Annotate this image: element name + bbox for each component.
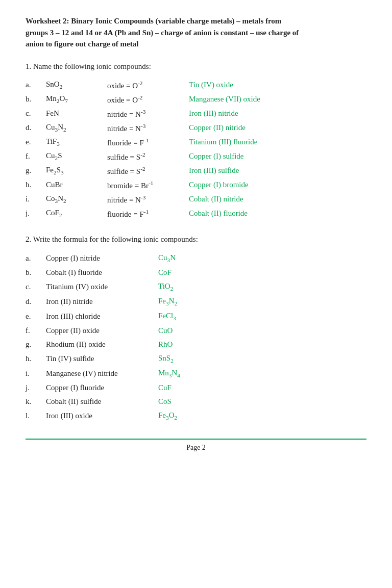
row-letter: d.: [26, 294, 46, 309]
row-compound-name: Cobalt (II) sulfide: [46, 395, 158, 408]
row-ion: fluoride = F-1: [107, 135, 189, 149]
row-ion: nitride = N-3: [107, 121, 189, 135]
table-row: l. Iron (III) oxide Fe3O2: [26, 408, 366, 423]
section2-table: a. Copper (I) nitride Cu3N b. Cobalt (I)…: [26, 251, 366, 423]
row-ion: sulfide = S-2: [107, 149, 189, 164]
table-row: g. Rhodium (II) oxide RhO: [26, 338, 366, 351]
row-formula: CuF: [158, 381, 366, 395]
table-row: e. TiF3 fluoride = F-1 Titanium (III) fl…: [26, 135, 366, 149]
row-letter: a.: [26, 78, 46, 92]
row-letter: e.: [26, 135, 46, 149]
section1-table: a. SnO2 oxide = O-2 Tin (IV) oxide b. Mn…: [26, 78, 366, 221]
row-name: Copper (I) bromide: [189, 178, 366, 192]
row-compound-name: Copper (I) nitride: [46, 251, 158, 266]
row-formula: SnS2: [158, 351, 366, 366]
row-letter: k.: [26, 395, 46, 408]
table-row: c. Titanium (IV) oxide TiO2: [26, 279, 366, 294]
row-compound-name: Iron (II) nitride: [46, 294, 158, 309]
row-formula: FeCl3: [158, 309, 366, 324]
row-formula: CoS: [158, 395, 366, 408]
row-letter: l.: [26, 408, 46, 423]
row-ion: oxide = O-2: [107, 92, 189, 107]
row-letter: d.: [26, 121, 46, 135]
row-letter: i.: [26, 366, 46, 381]
row-letter: h.: [26, 351, 46, 366]
row-formula: TiF3: [46, 135, 107, 149]
row-formula: Cu2S: [46, 149, 107, 164]
table-row: f. Copper (II) oxide CuO: [26, 324, 366, 338]
row-name: Copper (II) nitride: [189, 121, 366, 135]
table-row: i. Co3N2 nitride = N-3 Cobalt (II) nitri…: [26, 192, 366, 207]
row-compound-name: Tin (IV) sulfide: [46, 351, 158, 366]
row-compound-name: Copper (I) fluoride: [46, 381, 158, 395]
row-compound-name: Cobalt (I) fluoride: [46, 266, 158, 279]
row-name: Cobalt (II) fluoride: [189, 207, 366, 221]
row-name: Iron (III) nitride: [189, 107, 366, 121]
row-ion: nitride = N-3: [107, 192, 189, 207]
table-row: g. Fe2S3 sulfide = S-2 Iron (III) sulfid…: [26, 164, 366, 178]
section-2-heading: 2. Write the formula for the following i…: [26, 235, 366, 244]
row-formula: TiO2: [158, 279, 366, 294]
row-name: Titanium (III) fluoride: [189, 135, 366, 149]
row-compound-name: Rhodium (II) oxide: [46, 338, 158, 351]
row-formula: CoF: [158, 266, 366, 279]
page-footer: Page 2: [26, 439, 366, 452]
row-letter: b.: [26, 266, 46, 279]
row-letter: i.: [26, 192, 46, 207]
row-name: Cobalt (II) nitride: [189, 192, 366, 207]
row-formula: Fe3O2: [158, 408, 366, 423]
row-letter: g.: [26, 338, 46, 351]
row-ion: nitride = N-3: [107, 107, 189, 121]
worksheet-title: Worksheet 2: Binary Ionic Compounds (var…: [26, 15, 366, 50]
row-ion: fluoride = F-1: [107, 207, 189, 221]
row-formula: Mn3N4: [158, 366, 366, 381]
row-compound-name: Iron (III) oxide: [46, 408, 158, 423]
row-letter: b.: [26, 92, 46, 107]
row-letter: a.: [26, 251, 46, 266]
table-row: a. Copper (I) nitride Cu3N: [26, 251, 366, 266]
row-formula: Fe2S3: [46, 164, 107, 178]
section-1-heading: 1. Name the following ionic compounds:: [26, 62, 366, 71]
row-formula: CoF2: [46, 207, 107, 221]
table-row: b. Cobalt (I) fluoride CoF: [26, 266, 366, 279]
page-number: Page 2: [186, 444, 206, 451]
row-name: Tin (IV) oxide: [189, 78, 366, 92]
row-name: Manganese (VII) oxide: [189, 92, 366, 107]
row-compound-name: Titanium (IV) oxide: [46, 279, 158, 294]
row-letter: f.: [26, 324, 46, 338]
row-letter: e.: [26, 309, 46, 324]
row-formula: RhO: [158, 338, 366, 351]
table-row: h. CuBr bromide = Br-1 Copper (I) bromid…: [26, 178, 366, 192]
row-formula: Mn2O7: [46, 92, 107, 107]
row-letter: h.: [26, 178, 46, 192]
table-row: k. Cobalt (II) sulfide CoS: [26, 395, 366, 408]
row-formula: CuO: [158, 324, 366, 338]
table-row: f. Cu2S sulfide = S-2 Copper (I) sulfide: [26, 149, 366, 164]
row-ion: oxide = O-2: [107, 78, 189, 92]
table-row: e. Iron (III) chloride FeCl3: [26, 309, 366, 324]
table-row: i. Manganese (IV) nitride Mn3N4: [26, 366, 366, 381]
row-name: Iron (III) sulfide: [189, 164, 366, 178]
table-row: h. Tin (IV) sulfide SnS2: [26, 351, 366, 366]
table-row: j. Copper (I) fluoride CuF: [26, 381, 366, 395]
row-formula: Cu3N2: [46, 121, 107, 135]
row-letter: j.: [26, 207, 46, 221]
table-row: d. Iron (II) nitride Fe3N2: [26, 294, 366, 309]
row-formula: Co3N2: [46, 192, 107, 207]
table-row: a. SnO2 oxide = O-2 Tin (IV) oxide: [26, 78, 366, 92]
table-row: c. FeN nitride = N-3 Iron (III) nitride: [26, 107, 366, 121]
table-row: j. CoF2 fluoride = F-1 Cobalt (II) fluor…: [26, 207, 366, 221]
row-ion: sulfide = S-2: [107, 164, 189, 178]
row-letter: c.: [26, 107, 46, 121]
row-letter: j.: [26, 381, 46, 395]
row-compound-name: Manganese (IV) nitride: [46, 366, 158, 381]
row-ion: bromide = Br-1: [107, 178, 189, 192]
table-row: d. Cu3N2 nitride = N-3 Copper (II) nitri…: [26, 121, 366, 135]
row-letter: c.: [26, 279, 46, 294]
row-letter: f.: [26, 149, 46, 164]
row-formula: CuBr: [46, 178, 107, 192]
row-formula: SnO2: [46, 78, 107, 92]
row-compound-name: Iron (III) chloride: [46, 309, 158, 324]
row-formula: Cu3N: [158, 251, 366, 266]
row-letter: g.: [26, 164, 46, 178]
